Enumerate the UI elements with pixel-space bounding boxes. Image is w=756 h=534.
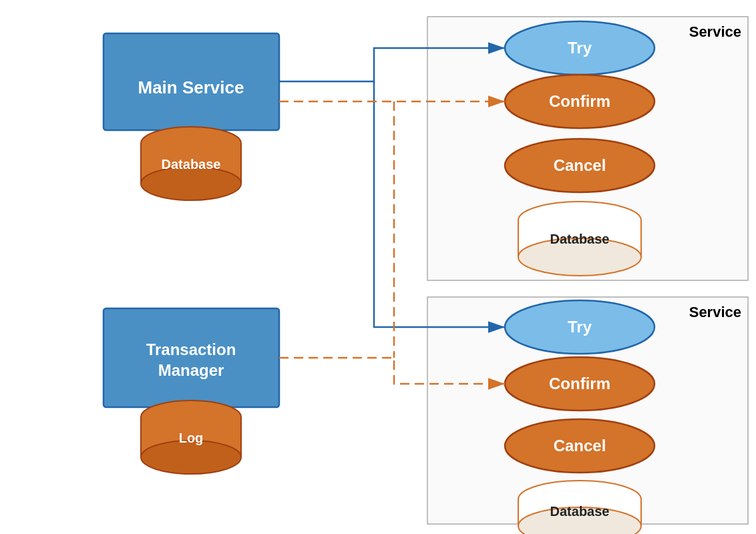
service1-confirm-label: Confirm xyxy=(549,92,610,110)
tm-log-bottom xyxy=(141,441,241,474)
service2-confirm-label: Confirm xyxy=(549,374,610,392)
main-db-bottom xyxy=(141,167,241,200)
service1-cancel-label: Cancel xyxy=(554,156,606,174)
s1-db-label: Database xyxy=(550,232,610,246)
main-db-label: Database xyxy=(162,157,221,172)
service2-try-label: Try xyxy=(568,318,592,336)
s2-db-label: Database xyxy=(550,504,610,519)
main-service-label: Main Service xyxy=(138,77,244,97)
tm-label-line2: Manager xyxy=(158,361,224,379)
service2-label: Service xyxy=(689,304,741,320)
tm-log-label: Log xyxy=(179,431,204,445)
service1-label: Service xyxy=(689,23,741,40)
service2-cancel-label: Cancel xyxy=(554,437,606,455)
tm-label-line1: Transaction xyxy=(146,340,236,358)
service1-try-label: Try xyxy=(568,39,592,57)
diagram: Service Service Main Service Database Tr… xyxy=(0,0,756,534)
